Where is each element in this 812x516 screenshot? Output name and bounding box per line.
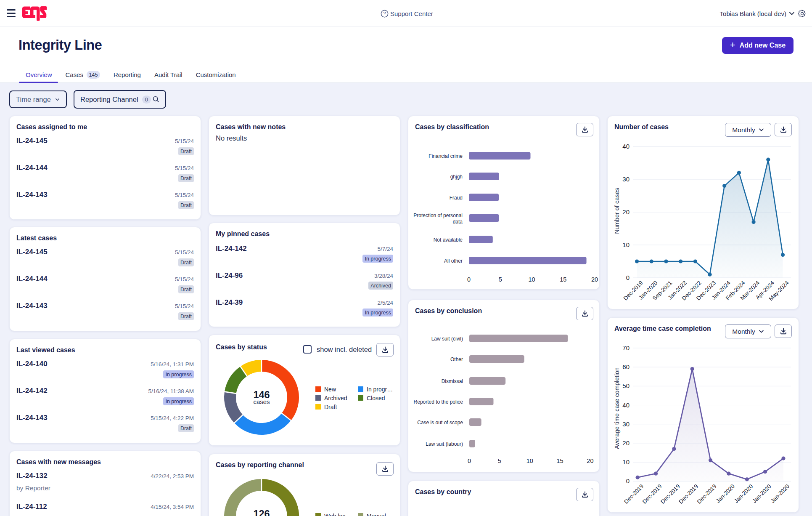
svg-text:Reported to the police: Reported to the police — [414, 399, 463, 405]
svg-text:10: 10 — [622, 458, 629, 465]
svg-text:126: 126 — [253, 508, 270, 516]
svg-text:Dismissal: Dismissal — [442, 378, 463, 384]
svg-text:cases: cases — [253, 398, 270, 405]
svg-text:0: 0 — [626, 477, 629, 484]
svg-text:Jan-2020: Jan-2020 — [715, 483, 736, 504]
svg-text:data: data — [453, 219, 463, 225]
svg-text:40: 40 — [622, 402, 629, 409]
svg-text:Dec-2019: Dec-2019 — [696, 483, 718, 505]
svg-text:30: 30 — [622, 176, 629, 183]
svg-text:0: 0 — [468, 457, 471, 464]
svg-text:70: 70 — [622, 344, 629, 351]
svg-text:Jan-2020: Jan-2020 — [751, 483, 772, 504]
svg-text:Dec-2019: Dec-2019 — [659, 483, 681, 505]
svg-text:Case is out of scope: Case is out of scope — [417, 420, 463, 426]
svg-text:Jan-2020: Jan-2020 — [770, 483, 791, 504]
svg-text:10: 10 — [622, 241, 629, 248]
svg-text:10: 10 — [528, 276, 535, 283]
svg-text:Not available: Not available — [434, 237, 463, 243]
svg-text:?: ? — [383, 11, 386, 16]
svg-text:Dec-2019: Dec-2019 — [623, 483, 645, 505]
svg-text:5: 5 — [498, 457, 501, 464]
svg-text:ghjgh: ghjgh — [450, 174, 463, 180]
svg-text:Jan-2020: Jan-2020 — [733, 483, 754, 504]
svg-text:Protection of personal: Protection of personal — [413, 213, 463, 218]
svg-text:5: 5 — [499, 276, 502, 283]
svg-text:20: 20 — [622, 439, 629, 447]
svg-text:Fraud: Fraud — [450, 195, 463, 201]
svg-text:20: 20 — [622, 208, 629, 215]
svg-text:30: 30 — [622, 420, 629, 428]
svg-text:Dec-2019: Dec-2019 — [641, 483, 663, 505]
svg-text:0: 0 — [626, 274, 629, 281]
svg-text:Law suit (civil): Law suit (civil) — [431, 336, 463, 342]
svg-text:Dec-2019: Dec-2019 — [677, 483, 699, 505]
svg-text:Average time case completion: Average time case completion — [614, 367, 620, 449]
svg-text:10: 10 — [526, 457, 533, 464]
svg-text:Law suit (labour): Law suit (labour) — [426, 441, 463, 447]
svg-text:20: 20 — [591, 276, 598, 283]
svg-text:Other: Other — [450, 356, 463, 362]
svg-text:20: 20 — [587, 457, 593, 464]
svg-text:40: 40 — [622, 143, 629, 150]
svg-text:50: 50 — [622, 382, 629, 389]
svg-text:60: 60 — [622, 363, 629, 370]
svg-text:All other: All other — [444, 258, 463, 264]
svg-text:15: 15 — [560, 276, 566, 283]
svg-text:0: 0 — [467, 276, 471, 283]
svg-text:Financial crime: Financial crime — [428, 153, 463, 159]
svg-text:Number of cases: Number of cases — [614, 188, 620, 234]
svg-text:15: 15 — [556, 457, 563, 464]
